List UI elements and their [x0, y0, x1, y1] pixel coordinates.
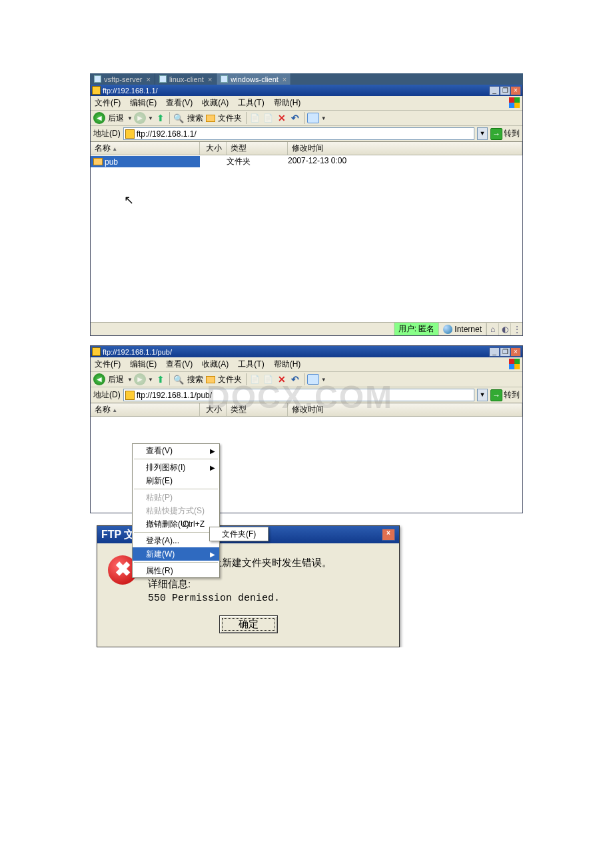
ctx-paste: 粘贴(P): [133, 491, 219, 504]
go-button[interactable]: → 转到: [490, 389, 520, 401]
back-button[interactable]: ◄: [93, 373, 105, 385]
windows-flag-icon: [508, 97, 520, 107]
address-dropdown[interactable]: ▼: [477, 389, 488, 401]
views-button[interactable]: [307, 374, 319, 385]
go-icon: →: [490, 128, 502, 140]
close-button[interactable]: ×: [510, 347, 521, 357]
back-button[interactable]: ◄: [93, 112, 105, 124]
maximize-button[interactable]: ❐: [500, 86, 510, 95]
file-row[interactable]: pub 文件夹 2007-12-13 0:00: [91, 155, 522, 168]
folder-icon: [93, 158, 103, 165]
ctx-login[interactable]: 登录(A)...: [133, 534, 219, 547]
folders-button[interactable]: 文件夹: [218, 374, 242, 385]
minimize-button[interactable]: _: [489, 347, 500, 357]
address-icon: [125, 129, 135, 139]
header-type[interactable]: 类型: [227, 403, 288, 416]
menu-edit[interactable]: 编辑(E): [130, 97, 157, 109]
undo-button[interactable]: ↶: [289, 112, 301, 124]
file-list[interactable]: pub 文件夹 2007-12-13 0:00 ↖: [91, 155, 522, 322]
close-button[interactable]: ×: [510, 86, 521, 95]
forward-dropdown[interactable]: ▼: [148, 115, 153, 121]
minimize-button[interactable]: _: [489, 86, 500, 95]
go-icon: →: [490, 389, 502, 401]
header-size[interactable]: 大小: [200, 403, 227, 416]
header-name[interactable]: 名称: [91, 403, 200, 416]
header-modified[interactable]: 修改时间: [288, 403, 522, 416]
vm-icon: [94, 75, 101, 83]
views-button[interactable]: [307, 113, 319, 123]
search-button[interactable]: 搜索: [187, 374, 203, 385]
window-icon: [92, 347, 101, 356]
file-list[interactable]: 查看(V)▶ 排列图标(I)▶ 刷新(E) 粘贴(P) 粘贴快捷方式(S) 撤销…: [91, 417, 522, 513]
copy-to-button: 📄: [263, 373, 275, 385]
header-size[interactable]: 大小: [200, 142, 227, 155]
file-type: 文件夹: [227, 156, 288, 167]
forward-button[interactable]: ►: [134, 373, 146, 385]
menu-view[interactable]: 查看(V): [166, 97, 193, 109]
status-btn-1[interactable]: ⌂: [486, 323, 498, 335]
window-icon: [92, 86, 101, 95]
up-button[interactable]: ⬆: [155, 112, 167, 124]
menu-tools[interactable]: 工具(T): [238, 97, 264, 109]
up-button[interactable]: ⬆: [155, 373, 167, 385]
ctx-arrange-icons[interactable]: 排列图标(I)▶: [133, 461, 219, 474]
forward-button[interactable]: ►: [134, 112, 146, 124]
context-menu: 查看(V)▶ 排列图标(I)▶ 刷新(E) 粘贴(P) 粘贴快捷方式(S) 撤销…: [132, 443, 220, 578]
status-btn-2[interactable]: ◐: [498, 323, 510, 335]
header-modified[interactable]: 修改时间: [288, 142, 522, 155]
header-name[interactable]: 名称: [91, 142, 200, 155]
ctx-refresh[interactable]: 刷新(E): [133, 474, 219, 487]
ctx-view[interactable]: 查看(V)▶: [133, 444, 219, 457]
window-title: ftp://192.168.1.1/pub/: [103, 348, 172, 356]
file-name: pub: [105, 157, 118, 167]
address-field[interactable]: ftp://192.168.1.1/: [123, 127, 474, 140]
tab-vsftp-server[interactable]: vsftp-server ×: [90, 73, 155, 85]
back-dropdown[interactable]: ▼: [127, 377, 133, 383]
menu-file[interactable]: 文件(F): [95, 97, 121, 109]
menu-favorites[interactable]: 收藏(A): [202, 97, 229, 109]
delete-button[interactable]: ✕: [276, 373, 288, 385]
menu-view[interactable]: 查看(V): [166, 359, 193, 370]
ctx-new-folder[interactable]: 文件夹(F): [210, 527, 268, 541]
folders-button[interactable]: 文件夹: [218, 113, 242, 124]
ctx-new[interactable]: 新建(W)▶: [133, 547, 219, 561]
status-bar: 用户: 匿名 Internet ⌂ ◐ ⋮: [91, 322, 522, 335]
menu-help[interactable]: 帮助(H): [274, 97, 301, 109]
address-dropdown[interactable]: ▼: [477, 127, 488, 140]
go-label: 转到: [504, 128, 520, 139]
menubar: 文件(F) 编辑(E) 查看(V) 收藏(A) 工具(T) 帮助(H): [91, 357, 522, 372]
address-field[interactable]: ftp://192.168.1.1/pub/: [123, 389, 474, 401]
menu-tools[interactable]: 工具(T): [238, 359, 264, 370]
move-to-button: 📄: [249, 112, 261, 124]
header-type[interactable]: 类型: [227, 142, 288, 155]
ctx-paste-shortcut: 粘贴快捷方式(S): [133, 504, 219, 517]
close-icon[interactable]: ×: [145, 75, 151, 83]
menu-help[interactable]: 帮助(H): [274, 359, 301, 370]
search-icon: 🔍: [173, 373, 185, 385]
dialog-close-button[interactable]: ×: [382, 529, 395, 541]
go-button[interactable]: → 转到: [490, 128, 520, 140]
maximize-button[interactable]: ❐: [500, 347, 510, 357]
tab-windows-client[interactable]: windows-client ×: [217, 73, 291, 85]
close-icon[interactable]: ×: [207, 75, 213, 83]
ctx-undo-delete[interactable]: 撤销删除(U)Ctrl+Z: [133, 517, 219, 531]
menu-file[interactable]: 文件(F): [95, 359, 121, 370]
titlebar: ftp://192.168.1.1/pub/ _ ❐ ×: [91, 346, 522, 357]
back-dropdown[interactable]: ▼: [127, 115, 133, 121]
menu-favorites[interactable]: 收藏(A): [202, 359, 229, 370]
tab-label: linux-client: [169, 75, 204, 83]
ctx-properties[interactable]: 属性(R): [133, 564, 219, 577]
forward-dropdown[interactable]: ▼: [148, 377, 153, 383]
close-icon[interactable]: ×: [281, 75, 288, 83]
tab-label: windows-client: [231, 75, 279, 83]
tab-linux-client[interactable]: linux-client ×: [155, 73, 217, 85]
search-button[interactable]: 搜索: [187, 113, 203, 124]
undo-button[interactable]: ↶: [289, 373, 301, 385]
delete-button[interactable]: ✕: [276, 112, 288, 124]
status-btn-3[interactable]: ⋮: [510, 323, 522, 335]
go-label: 转到: [504, 389, 520, 401]
menu-edit[interactable]: 编辑(E): [130, 359, 157, 370]
address-value: ftp://192.168.1.1/pub/: [137, 391, 212, 400]
ok-button[interactable]: 确定: [219, 615, 278, 633]
column-headers: 名称 大小 类型 修改时间: [91, 403, 522, 417]
